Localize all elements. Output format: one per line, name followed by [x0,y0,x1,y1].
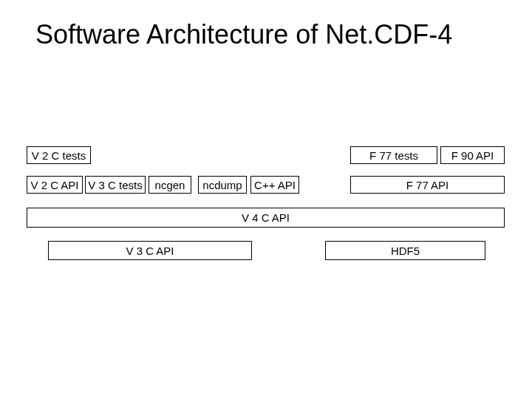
box-cpp-api: C++ API [250,176,299,194]
slide: Software Architecture of Net.CDF-4 V 2 C… [0,0,532,399]
box-f77-api: F 77 API [350,176,505,194]
box-v4-c-api: V 4 C API [27,208,505,228]
box-hdf5: HDF5 [325,241,485,260]
box-v2-c-api: V 2 C API [27,176,83,194]
box-f90-api: F 90 API [440,146,505,164]
box-f77-tests: F 77 tests [350,146,437,164]
box-v3-c-tests: V 3 C tests [85,176,146,194]
box-v2-c-tests: V 2 C tests [27,146,91,164]
box-v3-c-api: V 3 C API [48,241,252,260]
box-ncdump: ncdump [198,176,247,194]
box-ncgen: ncgen [149,176,191,194]
slide-title: Software Architecture of Net.CDF-4 [35,19,452,50]
